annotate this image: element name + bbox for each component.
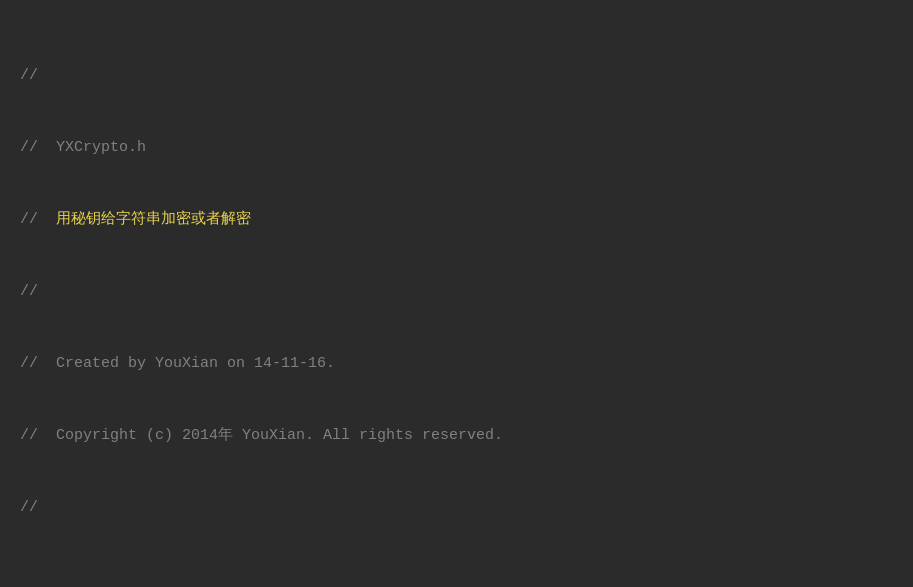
comment-text: // — [20, 211, 56, 228]
comment-text: // — [20, 499, 38, 516]
line-7: // — [20, 496, 893, 520]
comment-text: // Copyright (c) 2014年 YouXian. All righ… — [20, 427, 503, 444]
line-6: // Copyright (c) 2014年 YouXian. All righ… — [20, 424, 893, 448]
line-1: // — [20, 64, 893, 88]
line-3: // 用秘钥给字符串加密或者解密 — [20, 208, 893, 232]
comment-text: // YXCrypto.h — [20, 139, 146, 156]
comment-text: // Created by YouXian on 14-11-16. — [20, 355, 335, 372]
comment-text: // — [20, 67, 38, 84]
line-5: // Created by YouXian on 14-11-16. — [20, 352, 893, 376]
line-4: // — [20, 280, 893, 304]
code-editor: // // YXCrypto.h // 用秘钥给字符串加密或者解密 // // … — [20, 16, 893, 587]
line-2: // YXCrypto.h — [20, 136, 893, 160]
line-8 — [20, 568, 893, 587]
comment-text: // — [20, 283, 38, 300]
comment-chinese: 用秘钥给字符串加密或者解密 — [56, 211, 251, 228]
